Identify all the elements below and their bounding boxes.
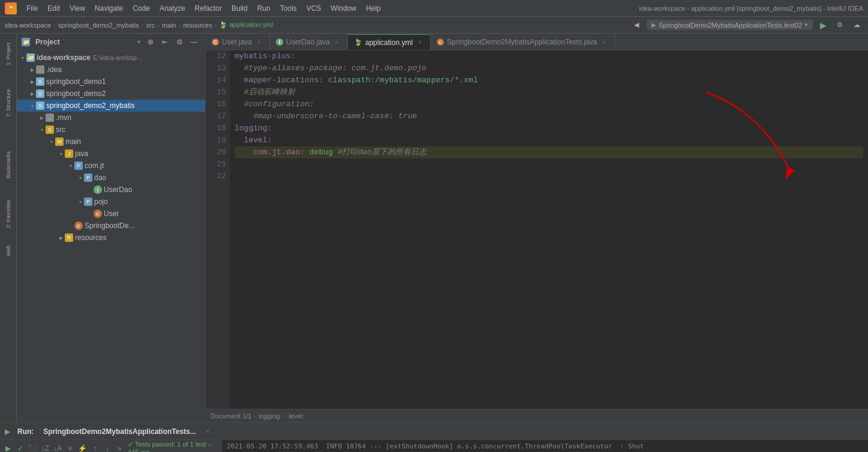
menu-vcs[interactable]: VCS <box>302 3 326 14</box>
run-config-label: SpringbootDemo2MybatisApplicationTests.t… <box>659 22 802 29</box>
run-toolbar: ▶ ✓ ⬛ ↓Z ↓A ≡ ⚡ ↑ ↓ » ✓ Tests passed: 1 … <box>0 440 221 452</box>
tab-label-yml: application.yml <box>365 38 413 47</box>
breadcrumb-workspace[interactable]: idea-workspace <box>5 22 51 29</box>
menu-view[interactable]: View <box>65 3 90 14</box>
tab-label-user: User.java <box>222 38 252 46</box>
tab-close-userdao[interactable]: × <box>333 38 341 46</box>
menu-run[interactable]: Run <box>253 3 275 14</box>
run-more-button[interactable]: » <box>114 442 125 453</box>
expand-arrow-userdao <box>86 186 94 193</box>
run-check-button[interactable]: ✓ <box>15 442 26 453</box>
run-panel-right: 2021-05-20 17:52:59.463 INFO 18764 --- [… <box>222 440 868 452</box>
back-button[interactable]: ◀ <box>630 19 643 32</box>
collapse-icon[interactable]: ⇤ <box>158 35 172 49</box>
tree-item-pojo[interactable]: ▾ P pojo <box>17 196 205 208</box>
tree-item-user[interactable]: C User <box>17 208 205 220</box>
run-tab-label[interactable]: Run: <box>15 426 36 437</box>
app-title: idea-workspace - application.yml [spring… <box>639 5 863 12</box>
tree-item-root[interactable]: ▾ 📁 idea-workspace E:\idea-worksp... <box>17 52 205 64</box>
mvn-icon: . <box>46 113 54 122</box>
tree-item-dao[interactable]: ▾ P dao <box>17 172 205 184</box>
tree-item-demo1[interactable]: ▶ S springboot_demo1 <box>17 76 205 88</box>
tree-item-idea[interactable]: ▶ . .idea <box>17 64 205 76</box>
minimize-icon[interactable]: — <box>187 35 200 49</box>
code-line-15: #启动驼峰映射 <box>235 86 863 98</box>
sidebar-favorites-icon[interactable]: 2: Favorites <box>1 196 16 232</box>
project-title: Project <box>35 38 134 46</box>
line-num-21: 21 <box>209 158 226 170</box>
run-config-name[interactable]: SpringbootDemo2MybatisApplicationTests..… <box>41 426 198 437</box>
sidebar-web-icon[interactable]: Web <box>1 233 16 269</box>
tree-label-demo2: springboot_demo2 <box>46 89 106 98</box>
tree-item-mvn[interactable]: ▶ . .mvn <box>17 112 205 124</box>
tree-item-comjt[interactable]: ▾ P com.jt <box>17 160 205 172</box>
new-element-icon[interactable]: ⊕ <box>144 35 157 49</box>
menu-code[interactable]: Code <box>128 3 155 14</box>
expand-arrow-demo2: ▶ <box>29 90 36 97</box>
run-filter-button[interactable]: ⚡ <box>77 442 88 453</box>
tab-userdao-java[interactable]: I UserDao.java × <box>270 34 348 50</box>
code-line-12: mybatis-plus: <box>235 50 863 62</box>
breadcrumb-main[interactable]: main <box>162 22 176 29</box>
tab-icon-userdao: I <box>276 38 283 46</box>
menu-help[interactable]: Help <box>361 3 386 14</box>
sidebar-bookmarks-icon[interactable]: Bookmarks <box>1 146 16 182</box>
comjt-icon: P <box>74 161 83 170</box>
run-collapse-button[interactable]: ≡ <box>65 442 76 453</box>
run-up-button[interactable]: ↑ <box>89 442 101 453</box>
breadcrumb-file[interactable]: 🍃 application.yml <box>219 21 273 29</box>
sidebar-structure-icon[interactable]: 7: Structure <box>1 85 16 121</box>
close-run-tab[interactable]: × <box>203 426 212 437</box>
tree-item-java[interactable]: ▾ J java <box>17 148 205 160</box>
menu-refactor[interactable]: Refactor <box>190 3 227 14</box>
expand-arrow-comjt: ▾ <box>67 162 74 169</box>
tree-item-demo2mybatis[interactable]: ▾ S springboot_demo2_mybatis <box>17 100 205 112</box>
breadcrumb-more-icon[interactable]: ☁ <box>850 19 863 32</box>
tree-item-main[interactable]: ▾ M main <box>17 136 205 148</box>
run-sort-za-button[interactable]: ↓A <box>52 442 64 453</box>
menu-window[interactable]: Window <box>326 3 361 14</box>
tree-item-resources[interactable]: ▶ R resources <box>17 232 205 244</box>
tab-application-yml[interactable]: 🍃 application.yml × <box>348 34 431 50</box>
menu-tools[interactable]: Tools <box>275 3 302 14</box>
tree-label-resources: resources <box>75 234 107 242</box>
expand-arrow-root: ▾ <box>19 54 26 61</box>
run-sort-az-button[interactable]: ↓Z <box>40 442 51 453</box>
menu-build[interactable]: Build <box>227 3 253 14</box>
run-config-selector[interactable]: ▶ SpringbootDemo2MybatisApplicationTests… <box>647 20 813 30</box>
tab-close-user[interactable]: × <box>255 38 263 46</box>
code-line-16: #configuration: <box>235 98 863 110</box>
menu-analyze[interactable]: Analyze <box>155 3 190 14</box>
tree-item-demo2[interactable]: ▶ S springboot_demo2 <box>17 88 205 100</box>
code-lines[interactable]: mybatis-plus: #type-aliases-package: com… <box>230 50 868 409</box>
project-folder-icon: 📁 <box>22 38 30 46</box>
tab-close-test[interactable]: × <box>600 38 608 46</box>
run-down-button[interactable]: ↓ <box>102 442 113 453</box>
settings-icon[interactable]: ⚙ <box>833 19 846 32</box>
tab-user-java[interactable]: C User.java × <box>206 34 270 50</box>
app-icon: 🍃 <box>5 2 17 14</box>
breadcrumb-src[interactable]: src <box>146 22 155 29</box>
settings-gear-icon[interactable]: ⚙ <box>173 35 186 49</box>
editor-area: C User.java × I UserDao.java × 🍃 applica… <box>206 34 868 422</box>
run-again-button[interactable]: ▶ <box>2 442 14 453</box>
line-numbers: 12 13 14 15 16 17 18 19 20 21 22 <box>206 50 230 409</box>
run-stop-button[interactable]: ⬛ <box>27 442 38 453</box>
editor-content[interactable]: 12 13 14 15 16 17 18 19 20 21 22 mybatis… <box>206 50 868 409</box>
menu-file[interactable]: File <box>22 3 43 14</box>
breadcrumb-module[interactable]: springboot_demo2_mybatis <box>58 22 139 29</box>
tab-close-yml[interactable]: × <box>416 38 424 47</box>
menu-edit[interactable]: Edit <box>43 3 65 14</box>
status-logging: logging: <box>259 412 282 420</box>
tree-item-springboot[interactable]: C SpringbootDe... <box>17 220 205 232</box>
sidebar-project-icon[interactable]: 1: Project <box>1 36 16 72</box>
code-line-22 <box>235 170 863 182</box>
tab-springboot-test[interactable]: C SpringbootDemo2MybatisApplicationTests… <box>431 34 615 50</box>
tree-item-userdao[interactable]: I UserDao <box>17 184 205 196</box>
main-icon: M <box>55 137 64 146</box>
code-view: 12 13 14 15 16 17 18 19 20 21 22 mybatis… <box>206 50 868 409</box>
breadcrumb-resources[interactable]: resources <box>183 22 212 29</box>
tree-item-src[interactable]: ▾ S src <box>17 124 205 136</box>
run-button[interactable]: ▶ <box>816 19 830 32</box>
menu-navigate[interactable]: Navigate <box>90 3 128 14</box>
